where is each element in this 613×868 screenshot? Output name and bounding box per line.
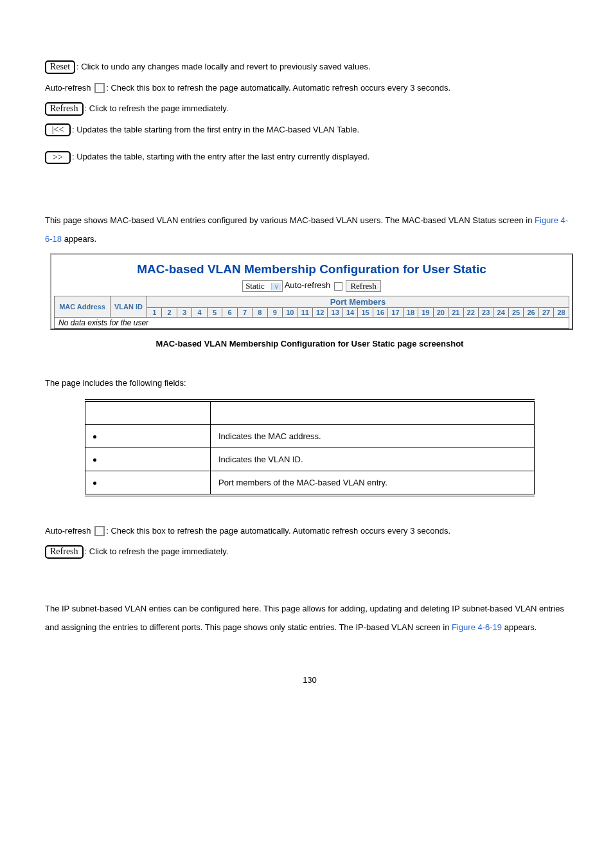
port-col: 1: [152, 309, 156, 316]
col-mac: MAC Address: [59, 303, 105, 311]
port-col: 19: [422, 309, 429, 316]
desc-mac: Indicates the MAC address.: [211, 424, 535, 448]
port-col: 23: [482, 309, 490, 316]
ss-auto-label: Auto-refresh: [285, 281, 333, 291]
screenshot-panel: MAC-based VLAN Membership Configuration …: [50, 253, 573, 330]
bullet-icon: [93, 482, 96, 485]
status-intro-b: appears.: [62, 234, 96, 244]
desc-vlan: Indicates the VLAN ID.: [211, 448, 535, 471]
refresh-desc-2: : Click to refresh the page immediately.: [85, 547, 229, 556]
auto-refresh-desc-2: : Check this box to refresh the page aut…: [106, 526, 450, 536]
fields-head-desc: Description: [211, 401, 535, 425]
ip-intro-b: appears.: [502, 622, 537, 632]
fields-head-object: Object: [85, 401, 211, 425]
port-col: 4: [198, 309, 202, 316]
user-select-value: Static: [245, 281, 265, 291]
port-col: 21: [452, 309, 459, 316]
port-col: 7: [243, 309, 247, 316]
buttons-block-2: Auto-refresh : Check this box to refresh…: [45, 522, 574, 561]
first-page-button[interactable]: |<<: [45, 123, 71, 136]
ss-auto-checkbox[interactable]: [334, 282, 342, 291]
user-select[interactable]: Staticv: [242, 280, 283, 292]
chevron-down-icon: v: [271, 283, 281, 290]
port-col: 17: [391, 309, 399, 316]
fields-table: Object Description MAC Address Indicates…: [85, 399, 535, 496]
port-col: 27: [542, 309, 550, 316]
port-col: 10: [286, 309, 294, 316]
auto-refresh-checkbox-icon-2[interactable]: [94, 526, 105, 536]
auto-refresh-checkbox-icon[interactable]: [94, 83, 105, 93]
col-port-members: Port Members: [147, 296, 569, 308]
auto-refresh-desc: : Check this box to refresh the page aut…: [106, 83, 450, 93]
status-intro-a: This page shows MAC-based VLAN entries c…: [45, 215, 535, 225]
port-col: 8: [258, 309, 262, 316]
port-col: 24: [497, 309, 505, 316]
bullet-icon: [93, 435, 96, 439]
port-col: 11: [301, 309, 309, 316]
port-col: 20: [437, 309, 445, 316]
fields-intro: The page includes the following fields:: [45, 374, 574, 393]
port-col: 28: [557, 309, 565, 316]
table-row: MAC Address Indicates the MAC address.: [85, 424, 535, 448]
desc-ports: Port members of the MAC-based VLAN entry…: [211, 471, 535, 495]
ss-refresh-button[interactable]: Refresh: [346, 280, 380, 292]
port-col: 16: [377, 309, 384, 316]
port-col: 15: [361, 309, 369, 316]
next-desc: : Updates the table, starting with the e…: [72, 152, 369, 161]
table-row: VLAN ID Indicates the VLAN ID.: [85, 448, 535, 471]
col-vlan: VLAN ID: [114, 303, 143, 311]
reset-button[interactable]: Reset: [45, 60, 75, 74]
port-col: 22: [467, 309, 475, 316]
refresh-desc: : Click to refresh the page immediately.: [85, 104, 229, 113]
port-col: 26: [527, 309, 535, 316]
port-col: 3: [182, 309, 186, 316]
mac-vlan-table: MAC Address VLAN ID Port Members 1 2 3 4…: [54, 296, 569, 329]
page-number: 130: [45, 675, 574, 685]
caption-text: MAC-based VLAN Membership Configuration …: [156, 339, 464, 348]
reset-desc: : Click to undo any changes made locally…: [76, 62, 370, 71]
refresh-button-2[interactable]: Refresh: [45, 545, 84, 559]
port-col: 12: [316, 309, 324, 316]
port-col: 13: [332, 309, 339, 316]
auto-refresh-prefix-2: Auto-refresh: [45, 526, 93, 536]
port-col: 5: [213, 309, 217, 316]
figure-link-4-6-19[interactable]: Figure 4-6-19: [452, 622, 502, 632]
port-col: 14: [346, 309, 354, 316]
buttons-block: Reset: Click to undo any changes made lo…: [45, 58, 574, 167]
first-desc: : Updates the table starting from the fi…: [72, 125, 359, 134]
port-col: 18: [407, 309, 414, 316]
port-col: 9: [273, 309, 277, 316]
figure-caption: Figure 4-6-18 MAC-based VLAN Membership …: [45, 339, 574, 348]
screenshot-title: MAC-based VLAN Membership Configuration …: [54, 262, 569, 276]
auto-refresh-prefix: Auto-refresh: [45, 83, 93, 93]
port-col: 2: [168, 309, 172, 316]
port-col: 25: [512, 309, 520, 316]
port-col: 6: [227, 309, 231, 316]
bullet-icon: [93, 458, 96, 462]
no-data-row: No data exists for the user: [55, 318, 569, 329]
next-page-button[interactable]: >>: [45, 151, 71, 164]
refresh-button[interactable]: Refresh: [45, 102, 84, 116]
table-row: Port Members Port members of the MAC-bas…: [85, 471, 535, 495]
